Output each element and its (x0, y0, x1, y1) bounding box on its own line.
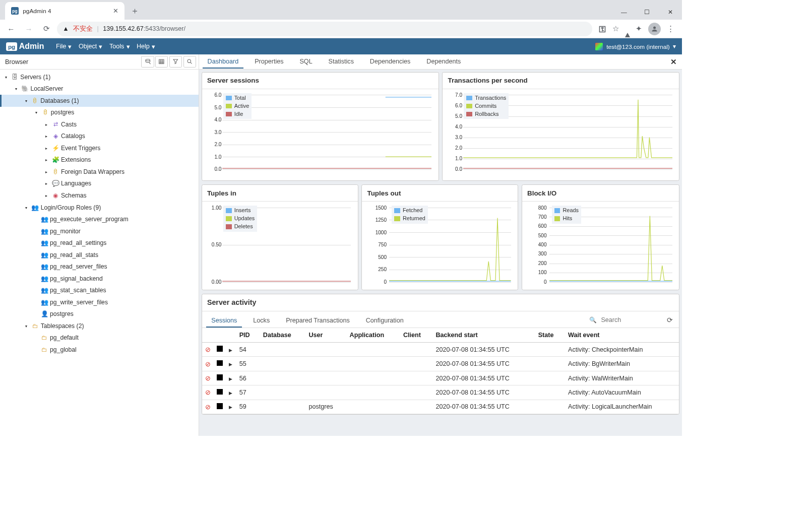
tree-role[interactable]: 👥pg_execute_server_program (0, 213, 199, 225)
tree-extensions[interactable]: ▸🧩Extensions (0, 154, 199, 166)
tree-tablespace-item[interactable]: 🗀pg_default (0, 332, 199, 344)
cancel-query-icon[interactable]: ⊘ (205, 374, 211, 382)
tree-role[interactable]: 👥pg_monitor (0, 225, 199, 237)
tree-event-triggers[interactable]: ▸⚡Event Triggers (0, 142, 199, 154)
terminate-session-icon[interactable] (217, 360, 223, 366)
panel-close-button[interactable]: ✕ (669, 55, 679, 68)
expand-row-icon[interactable]: ▶ (229, 405, 232, 410)
tree-casts[interactable]: ▸⇄Casts (0, 118, 199, 131)
table-row[interactable]: ⊘▶572020-07-08 01:34:55 UTCActivity: Aut… (202, 385, 679, 400)
chrome-tab[interactable]: pg pgAdmin 4 ✕ (5, 2, 124, 20)
password-key-icon[interactable]: ⚿ (599, 25, 606, 33)
browser-tree[interactable]: ▾🗄Servers (1) ▾🐘LocalServer ▾🛢Databases … (0, 70, 199, 436)
tree-local-server[interactable]: ▾🐘LocalServer (0, 83, 199, 95)
window-maximize-icon[interactable]: ☐ (636, 4, 659, 20)
tab-properties[interactable]: Properties (249, 55, 289, 68)
activity-refresh-button[interactable]: ⟳ (665, 314, 675, 326)
forward-button[interactable]: → (21, 21, 36, 36)
cell-wait-event: Activity: CheckpointerMain (564, 342, 679, 356)
address-bar[interactable]: ▲ 不安全 | 139.155.42.67:5433/browser/ (57, 22, 592, 36)
cell-state (534, 342, 564, 356)
tab-sql[interactable]: SQL (294, 55, 317, 68)
menu-file[interactable]: File ▾ (56, 43, 72, 50)
sidebar-header: Browser (0, 54, 199, 69)
tab-dashboard[interactable]: Dashboard (203, 55, 244, 68)
activity-tabs: Sessions Locks Prepared Transactions Con… (202, 311, 679, 329)
card-title: Tuples in (202, 185, 358, 202)
tree-role[interactable]: 👥pg_read_server_files (0, 261, 199, 273)
tree-login-roles[interactable]: ▾👥Login/Group Roles (9) (0, 202, 199, 214)
chrome-menu-icon[interactable]: ⋮ (667, 24, 674, 33)
expand-row-icon[interactable]: ▶ (229, 391, 232, 396)
query-tool-button[interactable] (141, 56, 154, 68)
tree-tablespaces[interactable]: ▾🗀Tablespaces (2) (0, 320, 199, 332)
new-tab-button[interactable]: ＋ (128, 4, 143, 19)
reload-button[interactable]: ⟳ (39, 21, 54, 36)
tree-role[interactable]: 👥pg_stat_scan_tables (0, 284, 199, 296)
terminate-session-icon[interactable] (217, 346, 223, 352)
terminate-session-icon[interactable] (217, 389, 223, 395)
tab-dependencies[interactable]: Dependencies (365, 55, 416, 68)
window-close-icon[interactable]: ✕ (659, 4, 682, 20)
tree-role[interactable]: 👥pg_write_server_files (0, 296, 199, 308)
filter-button[interactable] (169, 56, 182, 68)
tree-languages[interactable]: ▸💬Languages (0, 178, 199, 190)
cancel-query-icon[interactable]: ⊘ (205, 403, 211, 411)
pgadmin-user-menu[interactable]: test@123.com (internal) ▾ (595, 43, 676, 50)
tree-role[interactable]: 👥pg_signal_backend (0, 273, 199, 285)
search-icon: 🔍 (589, 316, 597, 323)
chevron-down-icon: ▾ (68, 43, 72, 50)
tab-close-icon[interactable]: ✕ (113, 7, 118, 15)
table-row[interactable]: ⊘▶552020-07-08 01:34:55 UTCActivity: BgW… (202, 357, 679, 371)
expand-row-icon[interactable]: ▶ (229, 376, 232, 381)
chart-block-io: 8007006005004003002001000 Reads Hits (527, 205, 674, 285)
card-tps: Transactions per second 7.06.05.04.03.02… (442, 72, 679, 181)
expand-row-icon[interactable]: ▶ (229, 348, 232, 353)
tree-catalogs[interactable]: ▸◈Catalogs (0, 131, 199, 143)
cell-application (345, 342, 399, 356)
chrome-toolbar-icons: ⚿ ☆ ✦ ⋮ (595, 23, 679, 35)
cancel-query-icon[interactable]: ⊘ (205, 346, 211, 353)
window-minimize-icon[interactable]: — (612, 4, 636, 20)
terminate-session-icon[interactable] (217, 403, 223, 409)
activity-tab-prepared[interactable]: Prepared Transactions (281, 314, 355, 328)
tree-role[interactable]: 👥pg_read_all_stats (0, 249, 199, 261)
cancel-query-icon[interactable]: ⊘ (205, 388, 211, 396)
activity-table: PID Database User Application Client Bac… (202, 328, 679, 414)
tree-tablespace-item[interactable]: 🗀pg_global (0, 344, 199, 356)
terminate-session-icon[interactable] (217, 374, 223, 380)
tree-role[interactable]: 👥pg_read_all_settings (0, 237, 199, 249)
tab-dependents[interactable]: Dependents (421, 55, 466, 68)
bookmark-star-icon[interactable]: ☆ (612, 24, 619, 33)
cell-pid: 56 (235, 371, 259, 385)
pgadmin-logo[interactable]: pgAdmin (6, 42, 44, 51)
chevron-down-icon: ▾ (99, 43, 102, 50)
tree-databases[interactable]: ▾🛢Databases (1) (0, 95, 199, 107)
tree-schemas[interactable]: ▸◉Schemas (0, 189, 199, 202)
activity-search-input[interactable] (601, 316, 660, 323)
tab-statistics[interactable]: Statistics (323, 55, 359, 68)
brave-shield-icon[interactable] (625, 25, 630, 33)
table-row[interactable]: ⊘▶542020-07-08 01:34:55 UTCActivity: Che… (202, 342, 679, 356)
menu-help[interactable]: Help ▾ (137, 43, 155, 50)
table-row[interactable]: ⊘▶59postgres2020-07-08 01:34:55 UTCActiv… (202, 400, 679, 414)
view-data-button[interactable] (155, 56, 168, 68)
table-row[interactable]: ⊘▶562020-07-08 01:34:55 UTCActivity: Wal… (202, 371, 679, 385)
menu-tools[interactable]: Tools ▾ (109, 43, 130, 50)
extensions-puzzle-icon[interactable]: ✦ (636, 24, 642, 33)
tree-fdw[interactable]: ▸🛢Foreign Data Wrappers (0, 166, 199, 178)
menu-object[interactable]: Object ▾ (79, 43, 103, 50)
cancel-query-icon[interactable]: ⊘ (205, 360, 211, 368)
activity-tab-locks[interactable]: Locks (248, 314, 275, 328)
cell-backend-start: 2020-07-08 01:34:55 UTC (431, 342, 534, 356)
profile-avatar-icon[interactable] (648, 23, 661, 35)
search-button[interactable] (183, 56, 196, 68)
tree-role[interactable]: 👤postgres (0, 308, 199, 320)
expand-row-icon[interactable]: ▶ (229, 362, 232, 367)
tree-postgres-db[interactable]: ▾🛢postgres (0, 107, 199, 119)
tree-servers[interactable]: ▾🗄Servers (1) (0, 71, 199, 83)
activity-tab-sessions[interactable]: Sessions (206, 314, 242, 328)
back-button[interactable]: ← (4, 21, 19, 36)
activity-tab-config[interactable]: Configuration (361, 314, 409, 328)
chart-sessions: 6.05.04.03.02.01.00.0 Total Active Idle (207, 92, 433, 172)
